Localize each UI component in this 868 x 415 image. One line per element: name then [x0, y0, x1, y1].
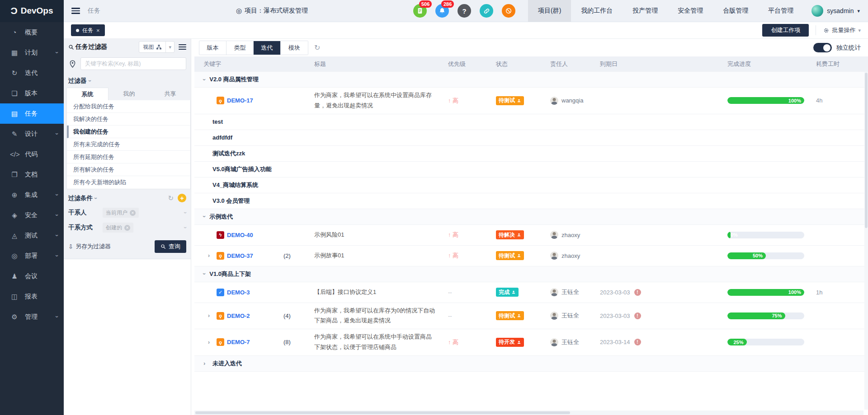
iteration-row[interactable]: 测试迭代zzk [194, 146, 868, 162]
status-badge[interactable]: 待测试 [496, 311, 524, 320]
sidebar-item-iteration[interactable]: ↻迭代 [0, 63, 64, 83]
remove-tag-icon[interactable]: × [124, 225, 130, 231]
nav-platform-mgmt[interactable]: 平台管理 [758, 0, 803, 22]
iteration-row[interactable]: test [194, 114, 868, 130]
horizontal-scrollbar[interactable] [194, 410, 863, 415]
iteration-row[interactable]: V5.0商城广告插入功能 [194, 162, 868, 177]
filter-menu-icon[interactable] [179, 43, 186, 51]
chevron-down-icon[interactable]: › [182, 212, 189, 214]
iteration-row[interactable]: adfdfdf [194, 130, 868, 146]
menu-toggle-icon[interactable] [71, 6, 80, 16]
iteration-row[interactable]: V3.0 会员管理 [194, 193, 868, 209]
document-icon[interactable]: 506 [413, 4, 427, 18]
group-row[interactable]: ›未进入迭代 [194, 356, 868, 372]
task-key-link[interactable]: DEMO-17 [227, 97, 253, 104]
view-tab-模块[interactable]: 模块 [281, 41, 308, 55]
forbidden-icon[interactable] [502, 4, 515, 18]
status-badge[interactable]: 待解决 [496, 230, 524, 239]
sidebar-item-code[interactable]: </>代码 [0, 144, 64, 164]
condition-tag[interactable]: 创建的× [103, 223, 133, 233]
sidebar-item-design[interactable]: ✎设计› [0, 124, 64, 144]
chevron-down-icon: › [53, 214, 60, 216]
filter-item[interactable]: 所有今天新增的缺陷 [67, 176, 190, 189]
group-row[interactable]: ›V2.0 商品属性管理 [194, 72, 868, 88]
user-menu[interactable]: sysadmin ▾ [803, 5, 868, 17]
filter-tab-系统[interactable]: 系统 [66, 88, 108, 100]
independent-stats-toggle[interactable] [813, 43, 832, 52]
sidebar-item-report[interactable]: ◫报表 [0, 286, 64, 307]
chevron-down-icon[interactable]: › [182, 227, 189, 228]
task-key-link[interactable]: DEMO-3 [227, 289, 250, 296]
reset-conditions-icon[interactable]: ↻ [168, 194, 174, 202]
nav-production[interactable]: 投产管理 [623, 0, 668, 22]
task-key-link[interactable]: DEMO-2 [227, 312, 250, 319]
remove-tag-icon[interactable]: × [130, 210, 136, 216]
sidebar-item-integration[interactable]: ⊕集成› [0, 185, 64, 205]
view-tab-迭代[interactable]: 迭代 [254, 41, 281, 55]
chevron-collapsed-icon[interactable]: › [208, 252, 214, 259]
filter-item[interactable]: 我创建的任务 [67, 126, 190, 138]
status-badge[interactable]: 待测试 [496, 96, 524, 105]
bell-icon[interactable]: 286 [435, 4, 449, 18]
keyword-search-input[interactable] [80, 57, 186, 70]
status-badge[interactable]: 完成 [496, 288, 519, 297]
chevron-expanded-icon[interactable]: › [201, 215, 208, 217]
status-badge[interactable]: 待测试 [496, 251, 524, 260]
chevron-down-icon[interactable]: ▾ [165, 42, 174, 52]
filter-item[interactable]: 所有延期的任务 [67, 151, 190, 163]
sidebar-item-meeting[interactable]: ♟会议 [0, 266, 64, 286]
help-icon[interactable]: ? [458, 4, 471, 18]
sidebar-item-overview[interactable]: ◔概要 [0, 22, 64, 42]
tab-task[interactable]: 任务 × [71, 24, 105, 36]
nav-projects[interactable]: 项目(群) [528, 0, 571, 22]
nav-workbench[interactable]: 我的工作台 [571, 0, 623, 22]
filter-tab-我的[interactable]: 我的 [108, 88, 150, 100]
save-filter-link[interactable]: ⇩ 另存为过滤器 [68, 242, 111, 251]
batch-actions-button[interactable]: 批量操作 ▾ [816, 25, 861, 35]
filter-tab-共享[interactable]: 共享 [150, 88, 191, 100]
sidebar-item-security[interactable]: ◈安全› [0, 205, 64, 225]
group-row[interactable]: ›示例迭代 [194, 209, 868, 225]
chevron-expanded-icon[interactable]: › [201, 79, 208, 80]
nav-security-mgmt[interactable]: 安全管理 [668, 0, 713, 22]
sidebar-item-task[interactable]: ▤任务 [0, 103, 64, 124]
close-icon[interactable]: × [96, 27, 100, 34]
iteration-row[interactable]: V4_商城结算系统 [194, 177, 868, 193]
project-selector[interactable]: ◎ 项目：瀑布式研发管理 [236, 7, 308, 15]
view-tab-类型[interactable]: 类型 [226, 41, 254, 55]
notification-badge: 286 [441, 0, 454, 8]
filter-item[interactable]: 所有未完成的任务 [67, 138, 190, 151]
filter-item[interactable]: 我解决的任务 [67, 113, 190, 126]
app-logo[interactable]: Ɔ DevOps [0, 0, 64, 22]
group-row[interactable]: ›V1.0商品上下架 [194, 266, 868, 282]
chevron-collapsed-icon[interactable]: › [208, 339, 214, 345]
create-workitem-button[interactable]: 创建工作项 [762, 24, 809, 37]
vertical-scrollbar[interactable] [864, 72, 868, 410]
view-tab-版本[interactable]: 版本 [199, 41, 226, 55]
conditions-section-header[interactable]: 过滤条件 › ↻ + [64, 189, 191, 205]
view-button[interactable]: 视图 ▾ [139, 41, 175, 53]
status-badge[interactable]: 待开发 [496, 338, 524, 347]
filter-item[interactable]: 所有解决的任务 [67, 163, 190, 176]
refresh-icon[interactable]: ↻ [314, 43, 320, 52]
add-condition-icon[interactable]: + [178, 194, 186, 202]
task-key-link[interactable]: DEMO-40 [227, 232, 253, 238]
chevron-collapsed-icon[interactable]: › [203, 360, 210, 367]
nav-merge-mgmt[interactable]: 合版管理 [713, 0, 758, 22]
chevron-expanded-icon[interactable]: › [201, 273, 208, 275]
task-key-link[interactable]: DEMO-37 [227, 252, 253, 259]
sidebar-item-plan[interactable]: ▦计划› [0, 42, 64, 63]
link-icon[interactable] [480, 4, 493, 18]
sidebar-item-admin[interactable]: ⚙管理› [0, 307, 64, 327]
filters-section-header[interactable]: 过滤器 › [64, 74, 191, 88]
sidebar-item-deploy[interactable]: ◎部署› [0, 246, 64, 266]
task-key-link[interactable]: DEMO-7 [227, 339, 250, 345]
filter-item[interactable]: 分配给我的任务 [67, 100, 190, 113]
sidebar-item-version[interactable]: ❏版本 [0, 83, 64, 103]
location-pin-icon[interactable] [68, 60, 77, 68]
query-button[interactable]: 查询 [155, 240, 186, 253]
sidebar-item-test[interactable]: ◬测试› [0, 225, 64, 246]
chevron-collapsed-icon[interactable]: › [208, 312, 214, 319]
condition-tag[interactable]: 当前用户× [103, 208, 139, 218]
sidebar-item-document[interactable]: ❐文档 [0, 164, 64, 185]
